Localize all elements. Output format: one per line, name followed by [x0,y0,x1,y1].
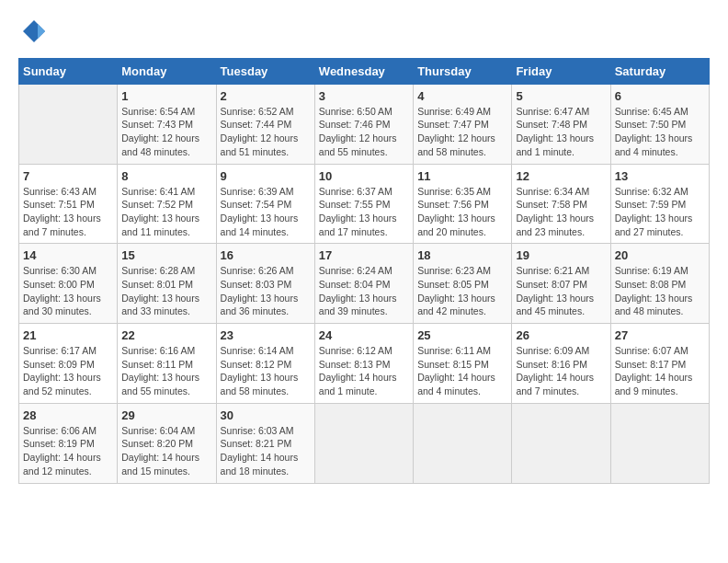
logo-icon [21,18,47,44]
calendar-cell: 13Sunrise: 6:32 AM Sunset: 7:59 PM Dayli… [610,164,709,244]
calendar-cell: 8Sunrise: 6:41 AM Sunset: 7:52 PM Daylig… [118,164,216,244]
day-number: 5 [516,89,606,103]
day-number: 2 [221,89,311,103]
calendar-cell: 10Sunrise: 6:37 AM Sunset: 7:55 PM Dayli… [314,164,413,244]
day-number: 4 [417,89,507,103]
day-info: Sunrise: 6:32 AM Sunset: 7:59 PM Dayligh… [615,185,705,239]
day-number: 18 [417,248,507,262]
day-number: 28 [23,408,113,422]
column-header-wednesday: Wednesday [314,58,413,84]
day-number: 8 [121,169,211,183]
day-info: Sunrise: 6:14 AM Sunset: 8:12 PM Dayligh… [221,344,311,398]
calendar-cell [414,403,512,483]
day-info: Sunrise: 6:16 AM Sunset: 8:11 PM Dayligh… [121,344,211,398]
day-number: 3 [319,89,409,103]
calendar-cell: 16Sunrise: 6:26 AM Sunset: 8:03 PM Dayli… [216,244,314,324]
day-info: Sunrise: 6:41 AM Sunset: 7:52 PM Dayligh… [121,185,211,239]
day-number: 16 [221,248,311,262]
calendar-cell [610,403,709,483]
calendar-cell [19,84,118,164]
day-info: Sunrise: 6:37 AM Sunset: 7:55 PM Dayligh… [319,185,409,239]
page-header [18,18,710,49]
calendar-cell: 6Sunrise: 6:45 AM Sunset: 7:50 PM Daylig… [610,84,709,164]
svg-marker-1 [38,24,45,39]
day-info: Sunrise: 6:03 AM Sunset: 8:21 PM Dayligh… [221,424,311,478]
day-info: Sunrise: 6:45 AM Sunset: 7:50 PM Dayligh… [615,105,705,159]
day-info: Sunrise: 6:06 AM Sunset: 8:19 PM Dayligh… [23,424,113,478]
day-number: 19 [516,248,606,262]
calendar-cell: 19Sunrise: 6:21 AM Sunset: 8:07 PM Dayli… [512,244,610,324]
day-number: 30 [221,408,311,422]
calendar-table: SundayMondayTuesdayWednesdayThursdayFrid… [18,58,710,484]
day-number: 22 [121,328,211,342]
day-number: 25 [417,328,507,342]
day-number: 13 [615,169,705,183]
calendar-cell: 24Sunrise: 6:12 AM Sunset: 8:13 PM Dayli… [314,324,413,404]
day-number: 1 [121,89,211,103]
calendar-week-row: 21Sunrise: 6:17 AM Sunset: 8:09 PM Dayli… [19,324,710,404]
day-number: 27 [615,328,705,342]
calendar-cell: 23Sunrise: 6:14 AM Sunset: 8:12 PM Dayli… [216,324,314,404]
calendar-body: 1Sunrise: 6:54 AM Sunset: 7:43 PM Daylig… [19,84,710,483]
logo [18,18,47,49]
day-info: Sunrise: 6:24 AM Sunset: 8:04 PM Dayligh… [319,264,409,318]
calendar-cell: 7Sunrise: 6:43 AM Sunset: 7:51 PM Daylig… [19,164,118,244]
calendar-cell: 1Sunrise: 6:54 AM Sunset: 7:43 PM Daylig… [118,84,216,164]
day-info: Sunrise: 6:54 AM Sunset: 7:43 PM Dayligh… [121,105,211,159]
column-header-friday: Friday [512,58,610,84]
calendar-cell: 30Sunrise: 6:03 AM Sunset: 8:21 PM Dayli… [216,403,314,483]
column-header-tuesday: Tuesday [216,58,314,84]
day-number: 21 [23,328,113,342]
day-number: 29 [121,408,211,422]
day-number: 23 [221,328,311,342]
calendar-cell: 14Sunrise: 6:30 AM Sunset: 8:00 PM Dayli… [19,244,118,324]
day-info: Sunrise: 6:50 AM Sunset: 7:46 PM Dayligh… [319,105,409,159]
day-number: 24 [319,328,409,342]
day-number: 12 [516,169,606,183]
day-info: Sunrise: 6:28 AM Sunset: 8:01 PM Dayligh… [121,264,211,318]
day-number: 9 [221,169,311,183]
day-number: 6 [615,89,705,103]
calendar-cell: 4Sunrise: 6:49 AM Sunset: 7:47 PM Daylig… [414,84,512,164]
calendar-cell: 12Sunrise: 6:34 AM Sunset: 7:58 PM Dayli… [512,164,610,244]
day-number: 10 [319,169,409,183]
day-info: Sunrise: 6:30 AM Sunset: 8:00 PM Dayligh… [23,264,113,318]
calendar-cell: 22Sunrise: 6:16 AM Sunset: 8:11 PM Dayli… [118,324,216,404]
calendar-cell: 25Sunrise: 6:11 AM Sunset: 8:15 PM Dayli… [414,324,512,404]
calendar-cell: 5Sunrise: 6:47 AM Sunset: 7:48 PM Daylig… [512,84,610,164]
calendar-cell [314,403,413,483]
calendar-header-row: SundayMondayTuesdayWednesdayThursdayFrid… [19,58,710,84]
day-info: Sunrise: 6:23 AM Sunset: 8:05 PM Dayligh… [417,264,507,318]
calendar-cell: 9Sunrise: 6:39 AM Sunset: 7:54 PM Daylig… [216,164,314,244]
day-info: Sunrise: 6:52 AM Sunset: 7:44 PM Dayligh… [221,105,311,159]
day-number: 14 [23,248,113,262]
calendar-cell: 28Sunrise: 6:06 AM Sunset: 8:19 PM Dayli… [19,403,118,483]
day-info: Sunrise: 6:35 AM Sunset: 7:56 PM Dayligh… [417,185,507,239]
day-info: Sunrise: 6:17 AM Sunset: 8:09 PM Dayligh… [23,344,113,398]
day-info: Sunrise: 6:49 AM Sunset: 7:47 PM Dayligh… [417,105,507,159]
column-header-sunday: Sunday [19,58,118,84]
day-info: Sunrise: 6:26 AM Sunset: 8:03 PM Dayligh… [221,264,311,318]
day-number: 11 [417,169,507,183]
calendar-week-row: 1Sunrise: 6:54 AM Sunset: 7:43 PM Daylig… [19,84,710,164]
day-info: Sunrise: 6:19 AM Sunset: 8:08 PM Dayligh… [615,264,705,318]
column-header-monday: Monday [118,58,216,84]
calendar-cell: 3Sunrise: 6:50 AM Sunset: 7:46 PM Daylig… [314,84,413,164]
day-info: Sunrise: 6:34 AM Sunset: 7:58 PM Dayligh… [516,185,606,239]
day-number: 7 [23,169,113,183]
day-info: Sunrise: 6:11 AM Sunset: 8:15 PM Dayligh… [417,344,507,398]
day-info: Sunrise: 6:43 AM Sunset: 7:51 PM Dayligh… [23,185,113,239]
calendar-cell: 2Sunrise: 6:52 AM Sunset: 7:44 PM Daylig… [216,84,314,164]
calendar-cell: 15Sunrise: 6:28 AM Sunset: 8:01 PM Dayli… [118,244,216,324]
calendar-cell [512,403,610,483]
calendar-cell: 27Sunrise: 6:07 AM Sunset: 8:17 PM Dayli… [610,324,709,404]
calendar-week-row: 14Sunrise: 6:30 AM Sunset: 8:00 PM Dayli… [19,244,710,324]
calendar-week-row: 7Sunrise: 6:43 AM Sunset: 7:51 PM Daylig… [19,164,710,244]
calendar-cell: 17Sunrise: 6:24 AM Sunset: 8:04 PM Dayli… [314,244,413,324]
calendar-cell: 29Sunrise: 6:04 AM Sunset: 8:20 PM Dayli… [118,403,216,483]
day-info: Sunrise: 6:04 AM Sunset: 8:20 PM Dayligh… [121,424,211,478]
day-number: 20 [615,248,705,262]
calendar-cell: 26Sunrise: 6:09 AM Sunset: 8:16 PM Dayli… [512,324,610,404]
calendar-cell: 21Sunrise: 6:17 AM Sunset: 8:09 PM Dayli… [19,324,118,404]
day-info: Sunrise: 6:39 AM Sunset: 7:54 PM Dayligh… [221,185,311,239]
